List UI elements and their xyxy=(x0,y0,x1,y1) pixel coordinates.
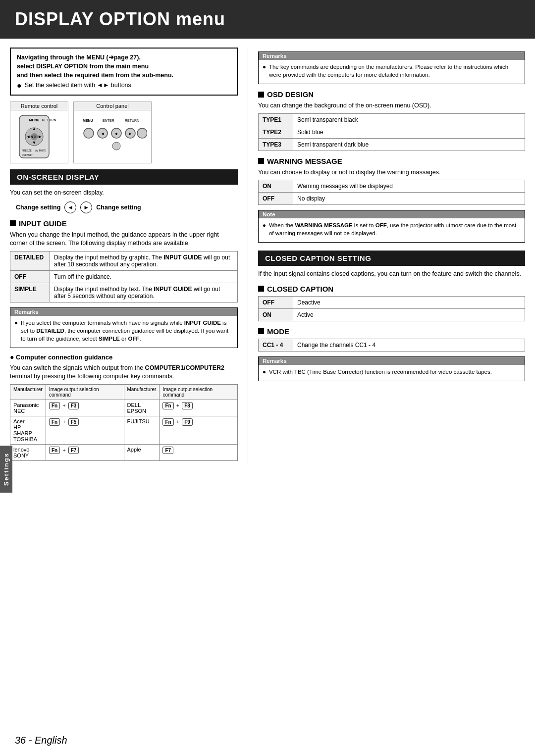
f7-key: F7 xyxy=(68,447,79,454)
warning-message-body: You can choose to display or not to disp… xyxy=(258,168,525,177)
svg-text:RETURN: RETURN xyxy=(42,118,56,122)
table-row: TYPE2 Solid blue xyxy=(259,126,525,138)
input-guide-body: When you change the input method, the gu… xyxy=(10,231,238,248)
remote-svg: MENU RETURN ▲ ▼ ◄ ► ENTER FREEZE AV MUTE… xyxy=(14,114,64,159)
off-warn-value: No display xyxy=(293,193,525,205)
table-row: ON Active xyxy=(259,308,525,321)
right-arrow-icon: ► xyxy=(80,202,92,213)
mfr1-cell: Acer HP SHARP TOSHIBA xyxy=(10,416,46,444)
svg-text:ENTER: ENTER xyxy=(103,119,114,122)
osd-design-body: You can change the background of the on-… xyxy=(258,101,525,110)
key-commands-table: Manufacturer Image output selection comm… xyxy=(10,384,238,461)
svg-text:MENU: MENU xyxy=(29,118,40,122)
table-row: OFF Turn off the guidance. xyxy=(10,270,238,283)
control-panel-box: Control panel MENU ENTER RETURN ◄ ● xyxy=(73,101,152,163)
right-remarks-bullet: ● The key commands are depending on the … xyxy=(263,63,521,79)
note-header: Note xyxy=(259,210,525,218)
osd-design-header: OSD DESIGN xyxy=(258,90,525,99)
table-row: ON Warning messages will be displayed xyxy=(259,180,525,193)
closed-caption-table: OFF Deactive ON Active xyxy=(258,296,525,321)
mode-remarks-header: Remarks xyxy=(259,357,525,365)
off-key: OFF xyxy=(10,270,50,283)
right-column: Remarks ● The key commands are depending… xyxy=(248,48,525,466)
mode-remarks-bullet: ● VCR with TBC (Time Base Corrector) fun… xyxy=(263,368,521,376)
cc-off-key: OFF xyxy=(259,296,293,308)
mfr2-cell: DELL EPSON xyxy=(124,400,160,416)
cc1-4-key: CC1 - 4 xyxy=(259,339,293,351)
mfr2-cell: FUJITSU xyxy=(124,416,160,444)
table-row: DETAILED Display the input method by gra… xyxy=(10,251,238,270)
black-square-icon-5 xyxy=(258,328,264,334)
fn-key-3: Fn xyxy=(49,418,60,426)
closed-caption-setting-header: CLOSED CAPTION SETTING xyxy=(258,251,525,266)
mfr1-cell: Panasonic NEC xyxy=(10,400,46,416)
bullet-icon: ● xyxy=(14,319,18,327)
svg-text:ENTER: ENTER xyxy=(28,135,40,139)
type3-value: Semi transparent dark blue xyxy=(293,138,525,151)
remote-img: MENU RETURN ▲ ▼ ◄ ► ENTER FREEZE AV MUTE… xyxy=(10,110,68,163)
key1-cell: Fn + F5 xyxy=(46,416,124,444)
remarks-text: If you select the computer terminals whi… xyxy=(21,319,233,343)
detailed-key: DETAILED xyxy=(10,251,50,270)
controls-row: Remote control MENU RETURN ▲ ▼ ◄ ► xyxy=(10,101,238,163)
mode-remarks-box: Remarks ● VCR with TBC (Time Base Correc… xyxy=(258,356,525,381)
fn-key-2: Fn xyxy=(162,402,173,409)
table-row: Acer HP SHARP TOSHIBA Fn + F5 FUJITSU Fn… xyxy=(10,416,238,444)
input-guide-header: INPUT GUIDE xyxy=(10,219,238,228)
col-key1: Image output selection command xyxy=(46,384,124,400)
page-number: 36 - English xyxy=(15,735,67,746)
left-column: Navigating through the MENU (➜page 27), … xyxy=(10,48,248,466)
plus-icon-2: + xyxy=(176,403,179,408)
detailed-value: Display the input method by graphic. The… xyxy=(50,251,238,270)
f9-key: F9 xyxy=(182,418,193,426)
mode-remarks-text: VCR with TBC (Time Base Corrector) funct… xyxy=(269,368,492,376)
svg-text:AV MUTE: AV MUTE xyxy=(35,149,47,152)
svg-text:DEFAULT: DEFAULT xyxy=(22,153,33,156)
plus-icon-4: + xyxy=(176,419,179,425)
off-value: Turn off the guidance. xyxy=(50,270,238,283)
bullet-icon-3: ● xyxy=(263,221,266,229)
bullet-circle-icon: ● xyxy=(10,353,14,361)
table-row: OFF No display xyxy=(259,193,525,205)
key2-cell: F7 xyxy=(160,444,238,460)
warning-message-header: WARNING MESSAGE xyxy=(258,157,525,165)
settings-tab: Settings xyxy=(0,446,12,493)
on-value: Warning messages will be displayed xyxy=(293,180,525,193)
black-square-icon-3 xyxy=(258,158,264,164)
plus-icon-3: + xyxy=(62,419,65,425)
svg-text:▲: ▲ xyxy=(32,126,37,131)
svg-text:▼: ▼ xyxy=(32,140,37,145)
mfr1-cell: lenovo SONY xyxy=(10,444,46,460)
simple-key: SIMPLE xyxy=(10,283,50,302)
change-setting-left-label: Change setting xyxy=(16,204,60,211)
right-remarks-text: The key commands are depending on the ma… xyxy=(269,63,521,79)
remarks-bullet: ● If you select the computer terminals w… xyxy=(14,319,233,343)
fn-key-4: Fn xyxy=(162,418,173,426)
black-square-icon xyxy=(10,220,16,226)
osd-design-table: TYPE1 Semi transparent black TYPE2 Solid… xyxy=(258,113,525,151)
note-bullet: ● When the WARNING MESSAGE is set to OFF… xyxy=(263,221,521,237)
intro-line2: select DISPLAY OPTION from the main menu xyxy=(17,63,231,70)
bullet-icon-2: ● xyxy=(263,63,266,71)
on-screen-display-header: ON-SCREEN DISPLAY xyxy=(10,169,238,185)
computer-connection-header: ● Computer connection guidance xyxy=(10,353,238,361)
type2-value: Solid blue xyxy=(293,126,525,138)
warning-message-table: ON Warning messages will be displayed OF… xyxy=(258,180,525,205)
col-mfr1: Manufacturer xyxy=(10,384,46,400)
black-square-icon-2 xyxy=(258,92,264,98)
type2-key: TYPE2 xyxy=(259,126,293,138)
remote-label: Remote control xyxy=(10,102,68,110)
intro-line3: and then select the required item from t… xyxy=(17,72,231,79)
on-screen-display-body: You can set the on-screen display. xyxy=(10,189,238,198)
key1-cell: Fn + F3 xyxy=(46,400,124,416)
fn-key: Fn xyxy=(49,402,60,409)
panel-svg: MENU ENTER RETURN ◄ ● ► ▼ xyxy=(78,114,147,159)
remote-control-box: Remote control MENU RETURN ▲ ▼ ◄ ► xyxy=(10,101,68,163)
mode-table: CC1 - 4 Change the channels CC1 - 4 xyxy=(258,339,525,352)
panel-img: MENU ENTER RETURN ◄ ● ► ▼ xyxy=(74,110,151,163)
warning-note-box: Note ● When the WARNING MESSAGE is set t… xyxy=(258,210,525,243)
cc-on-key: ON xyxy=(259,308,293,321)
mode-header: MODE xyxy=(258,327,525,336)
remarks-header: Remarks xyxy=(10,308,237,316)
key1-cell: Fn + F7 xyxy=(46,444,124,460)
